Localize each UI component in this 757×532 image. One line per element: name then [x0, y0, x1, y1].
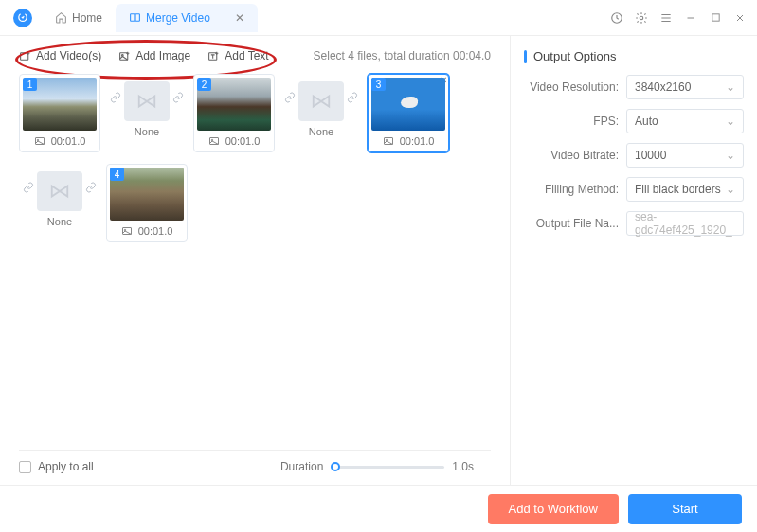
footer: Add to Workflow Start: [0, 485, 757, 532]
tab-home[interactable]: Home: [42, 4, 116, 32]
transition-label: None: [309, 126, 333, 137]
apply-all-checkbox[interactable]: [19, 461, 31, 473]
clip-list: 1 00:01.0 None 2 00:01.0: [19, 74, 491, 242]
output-title: Output Options: [524, 49, 744, 63]
transition-label: None: [47, 216, 72, 227]
app-logo: [13, 9, 32, 27]
selection-status: Select 4 files, total duration 00:04.0: [314, 49, 491, 62]
bottombar: Apply to all Duration 1.0s: [19, 450, 491, 473]
transition-thumb: [298, 81, 344, 121]
svg-rect-5: [21, 52, 28, 60]
minimize-icon[interactable]: [683, 10, 698, 26]
tab-merge-video[interactable]: Merge Video ✕: [116, 4, 258, 32]
output-pane: Output Options Video Resolution: 3840x21…: [511, 36, 757, 485]
svg-rect-1: [135, 14, 139, 22]
transition-thumb: [37, 171, 82, 211]
add-image-button[interactable]: Add Image: [118, 49, 190, 62]
clip-duration: 00:01.0: [138, 225, 173, 237]
merge-icon: [129, 11, 141, 24]
clip-index-badge: 2: [197, 78, 211, 91]
main-pane: Add Video(s) Add Image Add Text Select 4…: [0, 36, 511, 485]
chevron-down-icon: ⌄: [726, 115, 735, 128]
resolution-label: Video Resolution:: [524, 80, 619, 94]
link-icon: [284, 92, 296, 103]
menu-icon[interactable]: [658, 10, 674, 26]
clip-thumbnail: 2: [197, 78, 271, 131]
home-icon: [55, 11, 67, 24]
image-type-icon: [121, 225, 133, 237]
duration-label: Duration: [280, 460, 323, 473]
apply-all-label: Apply to all: [38, 460, 94, 473]
clip-card[interactable]: 2 00:01.0: [193, 74, 275, 152]
clip-card[interactable]: ✕ 3 00:01.0: [368, 74, 449, 152]
filename-field[interactable]: sea-gdc74ef425_1920_: [626, 211, 744, 236]
transition-label: None: [135, 126, 159, 137]
bitrate-select[interactable]: 10000⌄: [626, 143, 744, 168]
chevron-down-icon: ⌄: [726, 183, 735, 196]
filling-label: Filling Method:: [524, 183, 619, 196]
fps-select[interactable]: Auto⌄: [626, 109, 744, 133]
window-controls: [609, 10, 748, 26]
clip-thumbnail: 4: [110, 168, 184, 221]
add-text-icon: [207, 50, 220, 62]
clip-duration: 00:01.0: [225, 135, 261, 147]
clip-duration: 00:01.0: [400, 135, 435, 147]
svg-point-3: [640, 16, 643, 20]
add-to-workflow-button[interactable]: Add to Workflow: [488, 494, 619, 524]
transition-slot[interactable]: None: [280, 74, 362, 142]
chevron-down-icon: ⌄: [726, 80, 735, 94]
close-tab-icon[interactable]: ✕: [235, 11, 244, 25]
titlebar: Home Merge Video ✕: [0, 0, 757, 36]
clip-card[interactable]: 1 00:01.0: [19, 74, 100, 152]
fps-label: FPS:: [524, 115, 619, 128]
image-type-icon: [383, 135, 394, 147]
transition-slot[interactable]: None: [106, 74, 188, 142]
duration-value: 1.0s: [452, 460, 474, 473]
chevron-down-icon: ⌄: [726, 149, 735, 162]
maximize-icon[interactable]: [708, 10, 723, 26]
add-toolbar: Add Video(s) Add Image Add Text Select 4…: [19, 49, 491, 62]
start-button[interactable]: Start: [628, 494, 742, 524]
clip-thumbnail: 3: [371, 78, 445, 131]
link-icon: [23, 182, 34, 193]
clip-index-badge: 1: [23, 78, 37, 91]
clip-index-badge: 3: [371, 78, 386, 91]
svg-rect-0: [131, 14, 135, 22]
close-window-icon[interactable]: [732, 10, 748, 26]
add-image-icon: [118, 50, 131, 62]
clip-index-badge: 4: [110, 168, 124, 181]
clip-card[interactable]: 4 00:01.0: [106, 164, 188, 242]
link-icon: [85, 182, 97, 193]
link-icon: [172, 92, 184, 103]
link-icon: [110, 92, 121, 103]
link-icon: [347, 92, 358, 103]
add-text-button[interactable]: Add Text: [207, 49, 268, 62]
clip-thumbnail: 1: [23, 78, 97, 131]
tab-label: Merge Video: [146, 11, 210, 25]
add-videos-button[interactable]: Add Video(s): [19, 49, 101, 62]
clip-duration: 00:01.0: [51, 135, 86, 147]
duration-slider[interactable]: [331, 466, 444, 469]
image-type-icon: [208, 135, 220, 147]
tab-label: Home: [72, 11, 102, 25]
duration-control: Duration 1.0s: [280, 460, 474, 473]
app-window: Home Merge Video ✕ Add Video(s): [0, 0, 757, 532]
history-icon[interactable]: [609, 10, 624, 26]
bitrate-label: Video Bitrate:: [524, 149, 619, 162]
filename-label: Output File Na...: [524, 217, 619, 230]
gear-icon[interactable]: [634, 10, 649, 26]
svg-rect-4: [712, 14, 718, 21]
resolution-select[interactable]: 3840x2160⌄: [626, 75, 744, 99]
image-type-icon: [34, 135, 45, 147]
add-video-icon: [19, 50, 31, 62]
filling-select[interactable]: Fill black borders⌄: [626, 177, 744, 202]
transition-slot[interactable]: None: [19, 164, 100, 232]
transition-thumb: [124, 81, 170, 121]
